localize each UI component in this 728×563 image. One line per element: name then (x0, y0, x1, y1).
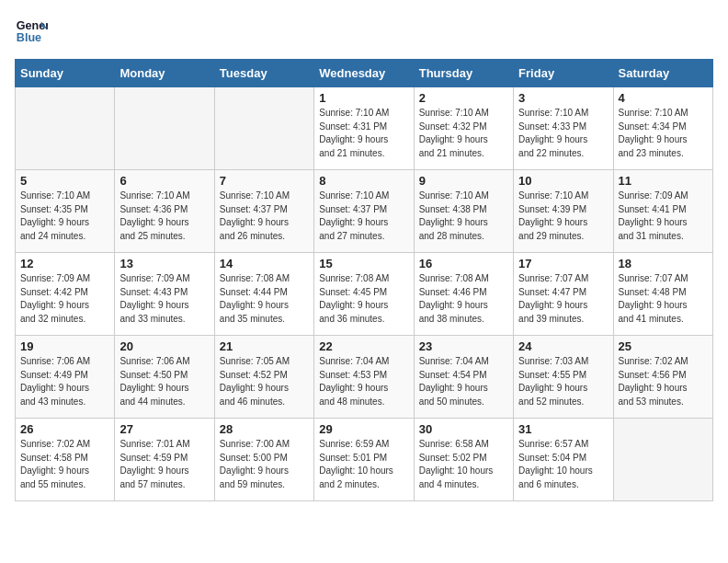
day-info: Sunrise: 7:08 AM Sunset: 4:44 PM Dayligh… (220, 272, 309, 326)
calendar-week-row: 1Sunrise: 7:10 AM Sunset: 4:31 PM Daylig… (16, 87, 713, 170)
day-number: 9 (419, 174, 508, 188)
calendar-day-cell: 24Sunrise: 7:03 AM Sunset: 4:55 PM Dayli… (514, 336, 613, 419)
calendar-week-row: 26Sunrise: 7:02 AM Sunset: 4:58 PM Dayli… (16, 419, 713, 501)
calendar-week-row: 12Sunrise: 7:09 AM Sunset: 4:42 PM Dayli… (16, 253, 713, 336)
calendar-day-cell: 16Sunrise: 7:08 AM Sunset: 4:46 PM Dayli… (414, 253, 513, 336)
day-info: Sunrise: 7:08 AM Sunset: 4:45 PM Dayligh… (319, 272, 408, 326)
day-info: Sunrise: 7:09 AM Sunset: 4:43 PM Dayligh… (119, 272, 209, 326)
weekday-header-cell: Sunday (16, 60, 115, 87)
day-number: 3 (518, 91, 608, 105)
day-info: Sunrise: 7:06 AM Sunset: 4:49 PM Dayligh… (20, 355, 109, 408)
calendar-day-cell (16, 87, 115, 170)
day-number: 7 (220, 174, 309, 188)
calendar-day-cell (115, 87, 214, 170)
calendar-day-cell (214, 87, 313, 170)
calendar-day-cell: 30Sunrise: 6:58 AM Sunset: 5:02 PM Dayli… (414, 419, 513, 501)
calendar-day-cell: 25Sunrise: 7:02 AM Sunset: 4:56 PM Dayli… (613, 336, 712, 419)
calendar-day-cell: 15Sunrise: 7:08 AM Sunset: 4:45 PM Dayli… (314, 253, 414, 336)
calendar-day-cell: 3Sunrise: 7:10 AM Sunset: 4:33 PM Daylig… (514, 87, 613, 170)
calendar-day-cell: 1Sunrise: 7:10 AM Sunset: 4:31 PM Daylig… (314, 87, 414, 170)
day-info: Sunrise: 7:10 AM Sunset: 4:37 PM Dayligh… (319, 190, 408, 243)
weekday-header-cell: Monday (115, 60, 214, 87)
day-number: 26 (20, 422, 109, 436)
day-number: 25 (619, 339, 708, 353)
day-number: 5 (20, 174, 109, 188)
day-info: Sunrise: 7:04 AM Sunset: 4:53 PM Dayligh… (319, 355, 408, 408)
day-number: 21 (220, 339, 309, 353)
svg-text:Blue: Blue (17, 31, 41, 44)
day-info: Sunrise: 6:58 AM Sunset: 5:02 PM Dayligh… (419, 438, 508, 491)
day-info: Sunrise: 7:06 AM Sunset: 4:50 PM Dayligh… (119, 355, 209, 408)
weekday-header-cell: Wednesday (314, 60, 414, 87)
day-number: 14 (220, 257, 309, 270)
calendar-day-cell: 14Sunrise: 7:08 AM Sunset: 4:44 PM Dayli… (214, 253, 313, 336)
calendar-day-cell: 6Sunrise: 7:10 AM Sunset: 4:36 PM Daylig… (115, 170, 214, 253)
weekday-header-cell: Friday (514, 60, 613, 87)
day-number: 29 (319, 422, 408, 436)
day-number: 30 (419, 422, 508, 436)
day-number: 22 (319, 339, 408, 353)
day-info: Sunrise: 7:10 AM Sunset: 4:39 PM Dayligh… (518, 190, 608, 243)
day-info: Sunrise: 7:10 AM Sunset: 4:34 PM Dayligh… (619, 107, 708, 160)
day-number: 19 (20, 339, 109, 353)
calendar-day-cell: 21Sunrise: 7:05 AM Sunset: 4:52 PM Dayli… (214, 336, 313, 419)
calendar-day-cell: 28Sunrise: 7:00 AM Sunset: 5:00 PM Dayli… (214, 419, 313, 501)
calendar-day-cell: 13Sunrise: 7:09 AM Sunset: 4:43 PM Dayli… (115, 253, 214, 336)
day-number: 16 (419, 257, 508, 270)
day-number: 8 (319, 174, 408, 188)
calendar-week-row: 19Sunrise: 7:06 AM Sunset: 4:49 PM Dayli… (16, 336, 713, 419)
calendar-day-cell: 5Sunrise: 7:10 AM Sunset: 4:35 PM Daylig… (16, 170, 115, 253)
day-number: 15 (319, 257, 408, 270)
day-number: 1 (319, 91, 408, 105)
weekday-header-cell: Tuesday (214, 60, 313, 87)
logo: General Blue (15, 15, 48, 48)
calendar-day-cell: 7Sunrise: 7:10 AM Sunset: 4:37 PM Daylig… (214, 170, 313, 253)
calendar-week-row: 5Sunrise: 7:10 AM Sunset: 4:35 PM Daylig… (16, 170, 713, 253)
calendar-day-cell: 22Sunrise: 7:04 AM Sunset: 4:53 PM Dayli… (314, 336, 414, 419)
weekday-header-cell: Thursday (414, 60, 513, 87)
day-info: Sunrise: 7:10 AM Sunset: 4:31 PM Dayligh… (319, 107, 408, 160)
day-info: Sunrise: 7:10 AM Sunset: 4:33 PM Dayligh… (518, 107, 608, 160)
calendar-day-cell: 4Sunrise: 7:10 AM Sunset: 4:34 PM Daylig… (613, 87, 712, 170)
day-number: 2 (419, 91, 508, 105)
calendar-day-cell: 9Sunrise: 7:10 AM Sunset: 4:38 PM Daylig… (414, 170, 513, 253)
day-number: 10 (518, 174, 608, 188)
day-info: Sunrise: 6:59 AM Sunset: 5:01 PM Dayligh… (319, 438, 408, 491)
calendar-day-cell: 26Sunrise: 7:02 AM Sunset: 4:58 PM Dayli… (16, 419, 115, 501)
weekday-header-cell: Saturday (613, 60, 712, 87)
logo-icon: General Blue (15, 15, 48, 48)
day-number: 20 (119, 339, 209, 353)
day-info: Sunrise: 7:02 AM Sunset: 4:58 PM Dayligh… (20, 438, 109, 491)
day-info: Sunrise: 7:04 AM Sunset: 4:54 PM Dayligh… (419, 355, 508, 408)
day-info: Sunrise: 7:00 AM Sunset: 5:00 PM Dayligh… (220, 438, 309, 491)
day-number: 23 (419, 339, 508, 353)
calendar-day-cell: 18Sunrise: 7:07 AM Sunset: 4:48 PM Dayli… (613, 253, 712, 336)
day-info: Sunrise: 7:01 AM Sunset: 4:59 PM Dayligh… (119, 438, 209, 491)
day-number: 13 (119, 257, 209, 270)
day-info: Sunrise: 7:10 AM Sunset: 4:32 PM Dayligh… (419, 107, 508, 160)
calendar-day-cell: 31Sunrise: 6:57 AM Sunset: 5:04 PM Dayli… (514, 419, 613, 501)
day-number: 24 (518, 339, 608, 353)
day-info: Sunrise: 7:08 AM Sunset: 4:46 PM Dayligh… (419, 272, 508, 326)
calendar-day-cell: 10Sunrise: 7:10 AM Sunset: 4:39 PM Dayli… (514, 170, 613, 253)
day-info: Sunrise: 7:10 AM Sunset: 4:37 PM Dayligh… (220, 190, 309, 243)
calendar-day-cell: 27Sunrise: 7:01 AM Sunset: 4:59 PM Dayli… (115, 419, 214, 501)
day-number: 6 (119, 174, 209, 188)
calendar-day-cell: 8Sunrise: 7:10 AM Sunset: 4:37 PM Daylig… (314, 170, 414, 253)
day-info: Sunrise: 7:07 AM Sunset: 4:48 PM Dayligh… (619, 272, 708, 326)
calendar-day-cell: 29Sunrise: 6:59 AM Sunset: 5:01 PM Dayli… (314, 419, 414, 501)
calendar-day-cell: 19Sunrise: 7:06 AM Sunset: 4:49 PM Dayli… (16, 336, 115, 419)
day-info: Sunrise: 7:09 AM Sunset: 4:42 PM Dayligh… (20, 272, 109, 326)
calendar-day-cell: 12Sunrise: 7:09 AM Sunset: 4:42 PM Dayli… (16, 253, 115, 336)
day-number: 31 (518, 422, 608, 436)
calendar-day-cell: 20Sunrise: 7:06 AM Sunset: 4:50 PM Dayli… (115, 336, 214, 419)
calendar-day-cell: 11Sunrise: 7:09 AM Sunset: 4:41 PM Dayli… (613, 170, 712, 253)
day-info: Sunrise: 6:57 AM Sunset: 5:04 PM Dayligh… (518, 438, 608, 491)
day-info: Sunrise: 7:02 AM Sunset: 4:56 PM Dayligh… (619, 355, 708, 408)
day-number: 12 (20, 257, 109, 270)
calendar-day-cell: 2Sunrise: 7:10 AM Sunset: 4:32 PM Daylig… (414, 87, 513, 170)
calendar-table: SundayMondayTuesdayWednesdayThursdayFrid… (15, 59, 713, 501)
calendar-body: 1Sunrise: 7:10 AM Sunset: 4:31 PM Daylig… (16, 87, 713, 501)
day-info: Sunrise: 7:10 AM Sunset: 4:35 PM Dayligh… (20, 190, 109, 243)
calendar-day-cell: 17Sunrise: 7:07 AM Sunset: 4:47 PM Dayli… (514, 253, 613, 336)
